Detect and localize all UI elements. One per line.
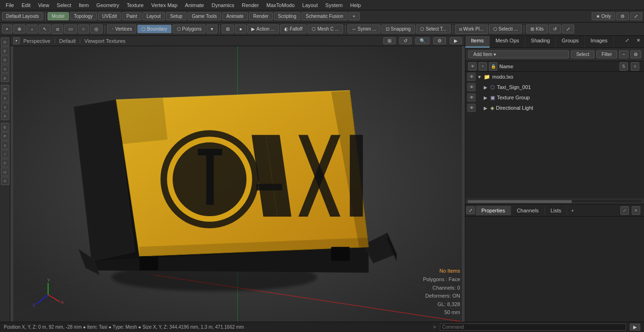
left-btn-11[interactable]: P — [1, 132, 9, 140]
close-right-btn[interactable]: ✕ — [633, 36, 644, 48]
expand-icon[interactable]: ▶ — [484, 105, 490, 111]
add-icon-btn[interactable]: + — [479, 62, 487, 71]
left-btn-2[interactable]: E — [1, 47, 9, 55]
menu-view[interactable]: View — [34, 1, 53, 9]
work-pl-btn[interactable]: ⧈ Work Pl... — [455, 24, 488, 34]
left-btn-13[interactable]: l — [1, 150, 9, 158]
menu-dynamics[interactable]: Dynamics — [208, 1, 238, 9]
boundary-btn[interactable]: ⬠ Boundary — [137, 24, 172, 33]
left-btn-10[interactable]: E — [1, 123, 9, 131]
falloff-btn[interactable]: ◐ Falloff — [280, 24, 307, 33]
tab-lists[interactable]: Lists — [545, 206, 568, 215]
viewport-canvas[interactable]: No Items Polygons : Face Channels: 0 Def… — [10, 46, 465, 322]
tab-schematic-fusion[interactable]: Schematic Fusion — [301, 12, 347, 20]
tab-topology[interactable]: Topology — [70, 12, 97, 20]
left-btn-7[interactable]: e — [1, 94, 9, 102]
refresh-btn[interactable]: ↺ — [549, 24, 561, 33]
menu-vertex-map[interactable]: Vertex Map — [148, 1, 182, 9]
vp-icon1[interactable]: ⊞ — [383, 37, 396, 44]
filter-icon-btn[interactable]: ≡ — [631, 62, 639, 71]
action-btn[interactable]: ▶ Action ... — [247, 24, 279, 33]
menu-layout[interactable]: Layout — [298, 1, 322, 9]
menu-texture[interactable]: Texture — [123, 1, 148, 9]
select-button[interactable]: Select — [571, 50, 594, 58]
list-item[interactable]: 👁 ▶ ▣ Texture Group — [465, 92, 644, 103]
tab-paint[interactable]: Paint — [122, 12, 141, 20]
list-item[interactable]: 👁 ▼ 📁 modo.lxo — [465, 72, 644, 82]
tab-items[interactable]: Items — [465, 36, 490, 48]
tab-model[interactable]: Model — [48, 12, 69, 20]
menu-edit[interactable]: Edit — [18, 1, 34, 9]
menu-maxtomodo[interactable]: MaxToModo — [263, 1, 298, 9]
left-btn-8[interactable]: s — [1, 103, 9, 111]
menu-file[interactable]: File — [2, 1, 18, 9]
menu-item[interactable]: Item — [75, 1, 92, 9]
add-item-button[interactable]: Add Item ▾ — [468, 50, 569, 58]
crosshair-btn[interactable]: ⊕ — [13, 24, 25, 33]
dot2-btn[interactable]: ● — [235, 24, 246, 33]
left-btn-14[interactable]: C — [1, 159, 9, 167]
filter-button[interactable]: Filter — [596, 50, 617, 58]
maximize-button[interactable]: ⤢ — [630, 12, 642, 20]
tab-layout[interactable]: Layout — [142, 12, 165, 20]
eye-all-btn[interactable]: 👁 — [468, 62, 477, 71]
expand-icon[interactable]: ▶ — [484, 95, 490, 100]
tab-mesh-ops[interactable]: Mesh Ops — [490, 36, 525, 48]
settings-items-btn[interactable]: ⚙ — [630, 50, 641, 58]
select-btn[interactable]: ⬦ — [26, 24, 38, 33]
snapping-btn[interactable]: ⊡ Snapping — [381, 24, 415, 33]
tab-game-tools[interactable]: Game Tools — [188, 12, 221, 20]
kits-btn[interactable]: ⊞ Kits — [526, 24, 547, 33]
left-btn-5[interactable]: p — [1, 73, 9, 82]
eye-icon[interactable]: 👁 — [467, 73, 476, 81]
left-btn-1[interactable]: D — [1, 38, 9, 46]
circle-btn[interactable]: ○ — [78, 24, 89, 33]
left-btn-9[interactable]: h — [1, 112, 9, 120]
select-t-btn[interactable]: ⬡ Select T... — [416, 24, 451, 33]
menu-select[interactable]: Select — [53, 1, 75, 9]
tab-render[interactable]: Render — [249, 12, 273, 20]
vp-icon3[interactable]: 🔍 — [415, 37, 429, 44]
expand-icon[interactable]: ▼ — [477, 74, 484, 80]
tab-images[interactable]: Images — [585, 36, 614, 48]
tab-scripting[interactable]: Scripting — [274, 12, 301, 20]
vp-icon2[interactable]: ↺ — [399, 37, 412, 44]
tab-properties[interactable]: Properties — [476, 206, 511, 215]
perspective-toggle[interactable]: • — [13, 37, 20, 44]
left-btn-12[interactable]: o — [1, 141, 9, 149]
selecti-btn[interactable]: ⬡ Selecti ... — [489, 24, 522, 33]
menu-geometry[interactable]: Geometry — [92, 1, 123, 9]
list-scrollbar[interactable] — [467, 199, 642, 203]
mode-dropdown-btn[interactable]: ▾ — [206, 24, 217, 33]
layout-dropdown[interactable]: Default Layouts — [2, 12, 43, 20]
prop-icon2[interactable]: ✕ — [632, 206, 640, 215]
cursor-btn[interactable]: ↖ — [39, 24, 51, 33]
target-btn[interactable]: ◎ — [90, 24, 103, 33]
settings-button[interactable]: ⚙ — [616, 12, 629, 20]
left-btn-15[interactable]: U — [1, 168, 9, 176]
left-btn-6[interactable]: M — [1, 85, 9, 93]
tab-shading[interactable]: Shading — [525, 36, 556, 48]
command-input[interactable] — [440, 324, 626, 331]
lock-icon-btn[interactable]: 🔒 — [489, 62, 497, 71]
vp-more[interactable]: ▶ — [450, 37, 462, 44]
tab-channels[interactable]: Channels — [511, 206, 545, 215]
minus-button[interactable]: − — [619, 50, 628, 58]
menu-help[interactable]: Help — [347, 1, 365, 9]
menu-animate[interactable]: Animate — [181, 1, 207, 9]
expand-right-btn[interactable]: ⤢ — [621, 36, 633, 48]
command-run-btn[interactable]: ▶ — [630, 324, 640, 331]
list-item[interactable]: 👁 ▶ ⬡ Taxi_Sign_001 — [465, 82, 644, 92]
left-btn-4[interactable]: u — [1, 65, 9, 73]
menu-system[interactable]: System — [322, 1, 347, 9]
dot-btn[interactable]: • — [2, 24, 12, 33]
tab-uvedit[interactable]: UVEdit — [98, 12, 121, 20]
rect-btn[interactable]: ▭ — [64, 24, 77, 33]
sort-btn[interactable]: ⇅ — [619, 62, 628, 71]
expand-properties-btn[interactable]: ⤢ — [466, 206, 475, 214]
menu-render[interactable]: Render — [238, 1, 263, 9]
expand-icon[interactable]: ▶ — [484, 85, 490, 90]
vp-settings[interactable]: ⚙ — [433, 37, 446, 44]
prop-icon1[interactable]: ⤢ — [620, 206, 629, 215]
left-btn-3[interactable]: D — [1, 56, 9, 64]
